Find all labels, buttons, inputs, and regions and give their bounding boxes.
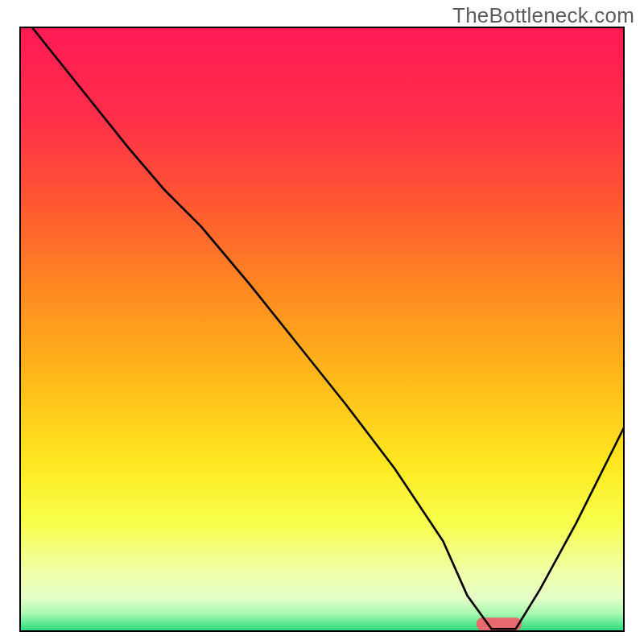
chart-container: TheBottleneck.com xyxy=(0,0,644,644)
plot-area xyxy=(19,27,625,632)
watermark-text: TheBottleneck.com xyxy=(452,3,634,28)
plot-border xyxy=(19,27,625,632)
